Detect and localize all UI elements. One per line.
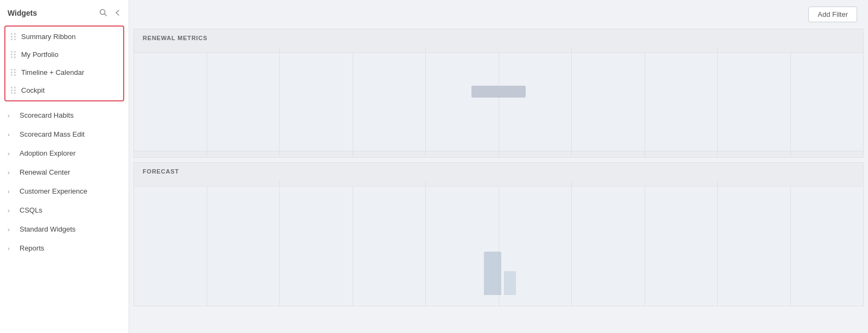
nav-item-label: CSQLs	[20, 206, 42, 214]
renewal-metrics-panel-header: RENEWAL METRICS	[134, 29, 863, 47]
forecast-top-cols	[134, 180, 863, 187]
chevron-right-icon: ›	[8, 245, 15, 252]
col	[572, 53, 645, 151]
renewal-top-col	[134, 47, 280, 53]
drag-handle-icon	[11, 51, 16, 58]
col	[207, 53, 280, 151]
main-content: Add Filter RENEWAL METRICS	[129, 0, 868, 333]
search-icon	[99, 9, 107, 17]
renewal-bottom-col	[280, 151, 353, 157]
col	[280, 187, 353, 306]
renewal-bottom-col	[572, 151, 645, 157]
nav-scorecard-mass-edit[interactable]: › Scorecard Mass Edit	[0, 125, 129, 144]
nav-renewal-center[interactable]: › Renewal Center	[0, 163, 129, 182]
renewal-bottom-col	[499, 151, 572, 157]
nav-scorecard-habits[interactable]: › Scorecard Habits	[0, 106, 129, 125]
collapse-button[interactable]	[113, 8, 122, 17]
renewal-metrics-body	[134, 53, 863, 151]
forecast-panel: FORECAST	[133, 162, 864, 306]
renewal-bottom-col	[645, 151, 718, 157]
renewal-col-separators	[134, 53, 863, 151]
chevron-right-icon: ›	[8, 207, 15, 214]
renewal-top-cols	[134, 47, 863, 53]
panels-area: RENEWAL METRICS	[129, 29, 868, 333]
nav-item-label: Scorecard Habits	[20, 111, 74, 119]
drag-group: Summary Ribbon My Portfolio Timeline + C…	[4, 25, 124, 101]
chevron-right-icon: ›	[8, 169, 15, 176]
nav-reports[interactable]: › Reports	[0, 239, 129, 258]
drag-handle-icon	[11, 87, 16, 94]
nav-csqls[interactable]: › CSQLs	[0, 201, 129, 220]
drag-item-label: Summary Ribbon	[21, 33, 75, 41]
sidebar-header-icons	[98, 8, 122, 18]
nav-item-label: Customer Experience	[20, 187, 87, 195]
col	[134, 53, 207, 151]
forecast-top-col	[426, 180, 572, 186]
renewal-bottom-col	[718, 151, 791, 157]
col	[426, 53, 499, 151]
drag-handle-icon	[11, 69, 16, 76]
main-header: Add Filter	[129, 0, 868, 29]
col	[353, 53, 426, 151]
drag-item-label: Timeline + Calendar	[21, 68, 84, 76]
nav-standard-widgets[interactable]: › Standard Widgets	[0, 220, 129, 239]
drag-item-timeline-calendar[interactable]: Timeline + Calendar	[5, 63, 123, 81]
collapse-icon	[114, 9, 121, 16]
sidebar: Widgets Summary Ribbon	[0, 0, 129, 333]
col	[718, 187, 791, 306]
add-filter-button[interactable]: Add Filter	[808, 7, 857, 22]
drag-item-my-portfolio[interactable]: My Portfolio	[5, 46, 123, 63]
chevron-right-icon: ›	[8, 188, 15, 195]
forecast-top-col	[572, 180, 718, 186]
drag-item-label: Cockpit	[21, 86, 44, 94]
col	[134, 187, 207, 306]
sidebar-title: Widgets	[8, 9, 37, 17]
forecast-bar-short	[504, 271, 516, 295]
nav-item-label: Reports	[20, 244, 44, 252]
drag-item-cockpit[interactable]: Cockpit	[5, 81, 123, 99]
nav-adoption-explorer[interactable]: › Adoption Explorer	[0, 144, 129, 163]
renewal-bottom-col	[207, 151, 280, 157]
sidebar-header: Widgets	[0, 0, 129, 23]
renewal-top-col	[718, 47, 863, 53]
drag-item-label: My Portfolio	[21, 50, 59, 59]
col	[645, 53, 718, 151]
chevron-right-icon: ›	[8, 112, 15, 119]
renewal-top-col	[280, 47, 426, 53]
chevron-right-icon: ›	[8, 131, 15, 138]
renewal-bottom-col	[353, 151, 426, 157]
renewal-top-col	[572, 47, 718, 53]
chevron-right-icon: ›	[8, 150, 15, 157]
col	[280, 53, 353, 151]
col	[572, 187, 645, 306]
nav-item-label: Adoption Explorer	[20, 149, 75, 157]
forecast-bar-tall	[484, 252, 501, 295]
drag-handle-icon	[11, 33, 16, 40]
renewal-bottom-col	[426, 151, 499, 157]
col	[645, 187, 718, 306]
nav-item-label: Renewal Center	[20, 168, 70, 176]
forecast-body	[134, 187, 863, 306]
renewal-bottom-col	[134, 151, 207, 157]
col	[791, 53, 864, 151]
forecast-top-col	[134, 180, 280, 186]
col	[791, 187, 864, 306]
renewal-placeholder-bar	[471, 86, 526, 98]
renewal-top-col	[426, 47, 572, 53]
nav-item-label: Scorecard Mass Edit	[20, 130, 85, 138]
col	[207, 187, 280, 306]
forecast-panel-header: FORECAST	[134, 163, 863, 180]
col	[499, 53, 572, 151]
search-button[interactable]	[98, 8, 108, 18]
chevron-right-icon: ›	[8, 226, 15, 233]
col	[353, 187, 426, 306]
nav-item-label: Standard Widgets	[20, 225, 75, 233]
nav-customer-experience[interactable]: › Customer Experience	[0, 182, 129, 201]
col	[718, 53, 791, 151]
svg-line-1	[105, 14, 107, 16]
drag-item-summary-ribbon[interactable]: Summary Ribbon	[5, 28, 123, 46]
forecast-bars	[484, 252, 516, 295]
renewal-metrics-panel: RENEWAL METRICS	[133, 29, 864, 158]
renewal-bottom-cols	[134, 151, 863, 157]
renewal-bottom-col	[791, 151, 864, 157]
